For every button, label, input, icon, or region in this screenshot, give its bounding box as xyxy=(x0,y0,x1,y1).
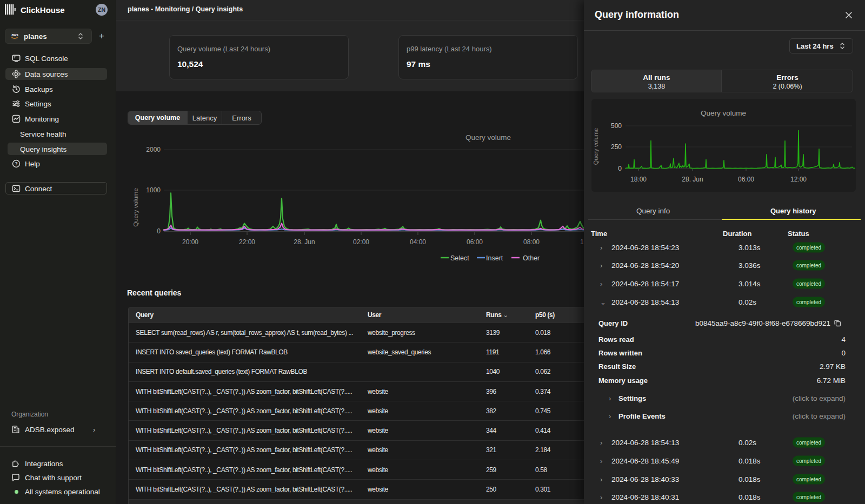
svg-text:20:00: 20:00 xyxy=(182,238,198,246)
svg-text:18:00: 18:00 xyxy=(630,176,647,183)
svg-text:06:00: 06:00 xyxy=(738,176,754,183)
svg-text:28. Jun: 28. Jun xyxy=(294,238,315,246)
svg-text:Select: Select xyxy=(450,254,469,262)
svg-text:Query volume: Query volume xyxy=(465,133,511,142)
svg-text:22:00: 22:00 xyxy=(239,238,255,246)
svg-text:28. Jun: 28. Jun xyxy=(682,176,703,183)
svg-text:12:00: 12:00 xyxy=(790,176,807,183)
svg-text:Query volume: Query volume xyxy=(701,109,746,117)
svg-text:0: 0 xyxy=(157,227,161,235)
svg-text:0: 0 xyxy=(618,165,622,172)
svg-text:06:00: 06:00 xyxy=(467,238,483,246)
svg-text:500: 500 xyxy=(611,122,622,130)
svg-text:Other: Other xyxy=(523,254,540,262)
svg-text:08:00: 08:00 xyxy=(523,238,540,246)
svg-text:250: 250 xyxy=(611,143,622,151)
svg-text:Insert: Insert xyxy=(486,254,503,262)
svg-text:2000: 2000 xyxy=(146,146,161,153)
svg-text:Query volume: Query volume xyxy=(593,128,599,165)
svg-text:1000: 1000 xyxy=(146,186,161,194)
svg-text:02:00: 02:00 xyxy=(353,238,369,246)
svg-text:04:00: 04:00 xyxy=(410,238,426,246)
svg-text:?: ? xyxy=(15,161,17,166)
svg-text:Query volume: Query volume xyxy=(132,188,139,227)
